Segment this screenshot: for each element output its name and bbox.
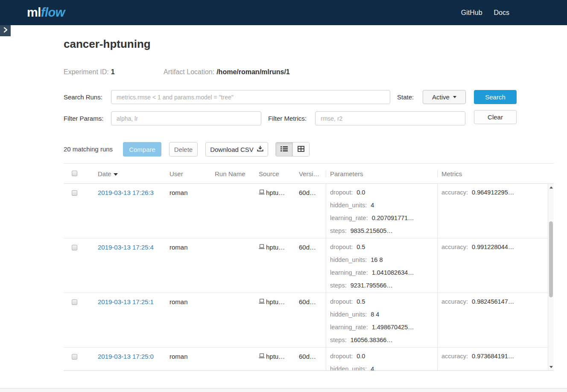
run-date-link[interactable]: 2019-03-13 17:25:1	[98, 298, 154, 305]
metric-value: 0.991228044…	[472, 244, 514, 250]
filter-metrics-label: Filter Metrics:	[268, 111, 307, 125]
mlflow-logo[interactable]: mlflow	[27, 6, 65, 20]
param-value: 0.207091771…	[372, 215, 414, 221]
select-all-checkbox[interactable]	[72, 171, 77, 176]
param-value: 16056.38366…	[351, 337, 393, 343]
param-key: dropout:	[330, 189, 353, 196]
column-header-version[interactable]: Versi…	[296, 170, 326, 177]
state-label: State:	[397, 90, 414, 104]
docs-link[interactable]: Docs	[494, 9, 509, 17]
run-date-link[interactable]: 2019-03-13 17:25:4	[98, 244, 154, 251]
column-header-date[interactable]: Date	[94, 170, 165, 177]
compare-button[interactable]: Compare	[123, 142, 161, 157]
param-key: learning_rate:	[330, 215, 368, 221]
chevron-right-icon	[3, 27, 8, 35]
run-parameters-cell: dropout:0.0 hidden_units:4	[326, 348, 437, 371]
top-navbar: mlflow GitHub Docs	[0, 0, 567, 25]
param-value: 8 4	[371, 311, 379, 318]
delete-button[interactable]: Delete	[169, 142, 198, 157]
param-key: steps:	[330, 337, 347, 343]
row-checkbox[interactable]	[72, 299, 77, 305]
run-date-link[interactable]: 2019-03-13 17:25:0	[98, 353, 154, 360]
scrollbar-thumb[interactable]	[549, 221, 553, 297]
param-value: 0.5	[357, 244, 365, 250]
param-value: 9835.215605…	[351, 227, 393, 234]
run-date-cell: 2019-03-13 17:25:4	[94, 238, 165, 293]
github-link[interactable]: GitHub	[461, 9, 482, 17]
run-source-label: hptu…	[266, 189, 285, 196]
param-key: hidden_units:	[330, 311, 367, 318]
metric-value: 0.982456147…	[472, 298, 514, 305]
table-row: 2019-03-13 17:25:1 roman hptu… 60d… drop…	[64, 293, 554, 348]
row-select-cell	[64, 293, 94, 347]
param-key: dropout:	[330, 353, 353, 360]
laptop-icon	[259, 189, 265, 196]
run-version-cell: 60d…	[296, 184, 326, 238]
param-value: 0.0	[357, 189, 365, 196]
column-header-metrics[interactable]: Metrics	[437, 170, 554, 177]
row-checkbox[interactable]	[72, 245, 77, 250]
run-name-cell	[210, 184, 256, 238]
experiment-id: Experiment ID:1	[64, 68, 115, 76]
column-header-run-name[interactable]: Run Name	[210, 170, 256, 177]
param-value: 1.498670425…	[372, 324, 414, 331]
grid-view-button[interactable]	[292, 142, 309, 156]
date-header-label: Date	[98, 170, 111, 177]
horizontal-scrollbar-track[interactable]	[0, 388, 567, 392]
filter-params-input[interactable]	[111, 111, 261, 125]
column-header-source[interactable]: Source	[256, 170, 296, 177]
scroll-up-arrow-icon[interactable]	[548, 184, 554, 190]
runs-table: Date User Run Name Source Versi… Paramet…	[64, 163, 554, 371]
download-csv-label: Download CSV	[210, 146, 254, 153]
table-vertical-scrollbar[interactable]	[548, 184, 554, 370]
run-source-cell: hptu…	[256, 348, 296, 371]
metric-key: accuracy:	[441, 189, 468, 196]
row-select-cell	[64, 184, 94, 238]
column-header-parameters[interactable]: Parameters	[326, 170, 437, 177]
run-name-cell	[210, 238, 256, 293]
actions-row: 20 matching runs Compare Delete Download…	[64, 142, 517, 157]
search-runs-label: Search Runs:	[64, 90, 102, 104]
param-key: dropout:	[330, 244, 353, 250]
row-checkbox[interactable]	[72, 354, 77, 360]
run-source-label: hptu…	[266, 298, 285, 305]
artifact-location: Artifact Location:/home/roman/mlruns/1	[164, 68, 290, 76]
run-user-cell: roman	[165, 184, 210, 238]
param-value: 0.0	[357, 353, 365, 360]
metric-key: accuracy:	[441, 244, 468, 250]
state-dropdown[interactable]: Active	[423, 90, 466, 104]
runs-table-header: Date User Run Name Source Versi… Paramet…	[64, 164, 554, 184]
row-checkbox[interactable]	[72, 190, 77, 196]
param-value: 9231.795566…	[351, 282, 393, 289]
param-key: hidden_units:	[330, 366, 367, 371]
experiment-meta: Experiment ID:1 Artifact Location:/home/…	[64, 68, 491, 77]
table-row: 2019-03-13 17:25:4 roman hptu… 60d… drop…	[64, 238, 554, 293]
row-select-cell	[64, 238, 94, 293]
column-header-user[interactable]: User	[165, 170, 210, 177]
run-version-cell: 60d…	[296, 293, 326, 347]
run-date-cell: 2019-03-13 17:26:3	[94, 184, 165, 238]
select-all-cell	[64, 170, 94, 177]
param-value: 4	[371, 202, 374, 209]
filter-metrics-input[interactable]	[315, 111, 465, 125]
param-key: steps:	[330, 227, 347, 234]
metric-key: accuracy:	[441, 298, 468, 305]
run-source-cell: hptu…	[256, 238, 296, 293]
run-date-link[interactable]: 2019-03-13 17:26:3	[98, 189, 154, 196]
search-button[interactable]: Search	[474, 90, 517, 104]
list-view-button[interactable]	[276, 142, 292, 156]
search-runs-row: Search Runs: State: Active Search	[64, 90, 517, 105]
run-user-cell: roman	[165, 348, 210, 371]
laptop-icon	[259, 353, 265, 360]
sidebar-expand-button[interactable]	[0, 25, 11, 36]
run-metrics-cell: accuracy:0.982456147…	[437, 293, 548, 347]
scroll-down-arrow-icon[interactable]	[548, 364, 554, 370]
search-runs-input[interactable]	[111, 90, 390, 104]
run-parameters-cell: dropout:0.5 hidden_units:8 4 learning_ra…	[326, 293, 437, 347]
download-csv-button[interactable]: Download CSV	[205, 142, 268, 157]
list-view-icon	[281, 146, 288, 153]
run-parameters-cell: dropout:0.0 hidden_units:4 learning_rate…	[326, 184, 437, 238]
run-user-cell: roman	[165, 238, 210, 293]
clear-button[interactable]: Clear	[474, 110, 517, 124]
table-row: 2019-03-13 17:25:0 roman hptu… 60d… drop…	[64, 348, 554, 371]
